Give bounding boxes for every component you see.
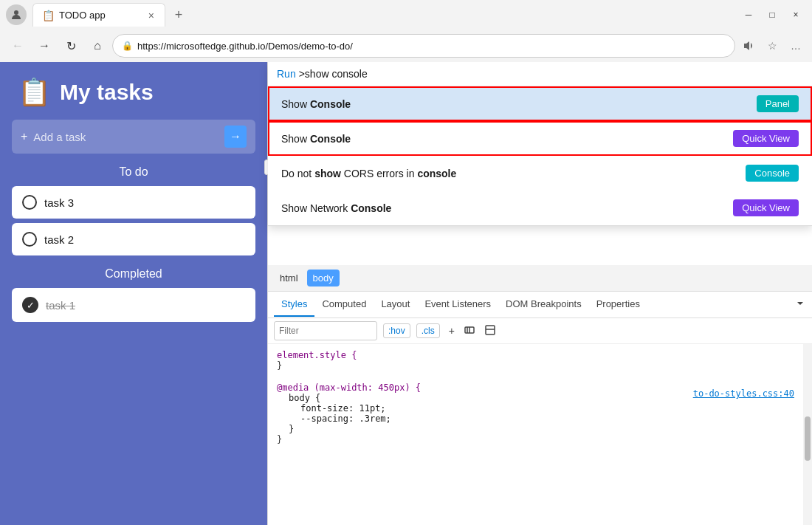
html-breadcrumb: html body [268,265,812,292]
command-item-cors[interactable]: Do not show CORS errors in console Conso… [268,156,812,191]
lock-icon: 🔒 [122,41,133,51]
add-plus-icon: + [21,130,27,143]
read-aloud-button[interactable] [738,35,759,56]
back-button[interactable]: ← [6,34,30,58]
command-input-row: Run [268,62,812,86]
add-task-input[interactable] [33,131,219,143]
styles-tab[interactable]: Styles [274,292,314,317]
style-rule-element: element.style { } [277,350,797,371]
run-label: Run [277,68,296,80]
task-check-icon[interactable]: ✓ [22,297,38,313]
breadcrumb-body[interactable]: body [307,270,340,286]
home-button[interactable]: ⌂ [86,34,109,58]
style-source-link[interactable]: to-do-styles.css:40 [693,388,794,399]
command-text-1: Show Console [281,98,757,110]
filter-computed-button[interactable] [481,323,499,340]
add-task-bar[interactable]: + → [12,120,255,154]
completed-section-label: Completed [0,267,267,281]
url-bar[interactable]: 🔒 https://microsoftedge.github.io/Demos/… [112,34,735,58]
layout-tab[interactable]: Layout [374,292,417,317]
style-selector: element.style { [277,350,357,360]
styles-tab-more [794,298,806,312]
filter-icons: + [446,323,499,340]
todo-app: 📋 My tasks + → To do task 3 task 2 [0,62,267,525]
add-task-go-button[interactable]: → [224,126,247,148]
task-text: task 2 [44,233,74,246]
command-palette: Run Show Console Panel Show Console Quic… [268,62,812,226]
styles-filter-bar: :hov .cls + [268,318,812,344]
todo-app-title: My tasks [60,80,154,105]
window-controls: ─ □ × [738,4,806,25]
active-tab[interactable]: 📋 TODO app × [32,3,165,27]
devtools-bottom: html body Styles Computed Layout Event L… [268,265,812,525]
forward-button[interactable]: → [32,34,56,58]
main-content: 📋 My tasks + → To do task 3 task 2 [0,62,812,525]
close-window-button[interactable]: × [785,4,806,25]
svg-rect-8 [486,326,495,334]
command-text-2: Show Console [281,133,733,145]
todo-app-icon: 📋 [18,77,51,108]
style-prop-spacing: --spacing: .3rem; [300,414,391,424]
command-item-network-console[interactable]: Show Network Console Quick View [268,191,812,225]
tab-title: TODO app [59,10,142,21]
task-text: task 3 [44,196,74,209]
tab-bar: 📋 TODO app × + [32,3,732,27]
media-query-selector: @media (max-width: 450px) { [277,382,421,393]
completed-task-item[interactable]: ✓ task 1 [12,288,255,322]
task-item[interactable]: task 2 [12,223,255,255]
todo-section-label: To do [0,165,267,179]
event-listeners-tab[interactable]: Event Listeners [417,292,498,317]
task-item[interactable]: task 3 [12,186,255,219]
more-button[interactable]: … [785,35,806,56]
task-checkbox[interactable] [22,232,37,247]
completed-task-text: task 1 [46,299,75,312]
style-close-brace: } [277,360,282,371]
maximize-button[interactable]: □ [762,4,782,25]
styles-content: element.style { } @media (max-width: 450… [268,344,812,525]
command-item-show-console-quickview[interactable]: Show Console Quick View [268,121,812,156]
address-actions: ☆ … [738,35,806,56]
devtools-panel: Elements + ··· ? × [267,62,812,525]
style-media-close-brace: } [277,434,282,445]
favorites-button[interactable]: ☆ [762,35,782,56]
profile-avatar[interactable] [6,4,27,25]
command-input[interactable] [299,68,803,80]
tab-close-button[interactable]: × [147,8,156,23]
scrollbar-thumb[interactable] [805,416,811,461]
style-sub-close-brace: } [289,424,294,434]
properties-tab[interactable]: Properties [589,292,647,317]
task-checkbox[interactable] [22,195,37,210]
url-text: https://microsoftedge.github.io/Demos/de… [137,41,726,52]
filter-cls-button[interactable]: .cls [416,323,440,338]
svg-point-0 [14,10,18,15]
address-bar: ← → ↻ ⌂ 🔒 https://microsoftedge.github.i… [0,30,812,62]
reload-button[interactable]: ↻ [59,34,83,58]
title-bar: 📋 TODO app × + ─ □ × [0,0,812,30]
style-body-selector: body { [289,393,320,403]
filter-hov-button[interactable]: :hov [383,323,410,338]
new-tab-button[interactable]: + [168,4,189,25]
computed-tab[interactable]: Computed [314,292,374,317]
styles-scrollbar[interactable] [803,344,812,525]
command-badge-quickview-1[interactable]: Quick View [733,130,799,147]
breadcrumb-html[interactable]: html [274,270,304,286]
filter-add-rule-button[interactable]: + [446,323,458,338]
style-prop-fontsize: font-size: 11pt; [300,403,386,414]
command-text-3: Do not show CORS errors in console [281,168,746,179]
command-text-4: Show Network Console [281,202,733,214]
styles-filter-input[interactable] [274,321,377,340]
command-badge-console[interactable]: Console [746,165,799,182]
command-badge-quickview-2[interactable]: Quick View [733,199,799,216]
styles-tabs: Styles Computed Layout Event Listeners D… [268,292,812,318]
style-rule-media: @media (max-width: 450px) { body { font-… [277,382,797,445]
minimize-button[interactable]: ─ [738,4,759,25]
completed-tasks-list: ✓ task 1 [0,288,267,322]
command-item-show-console-panel[interactable]: Show Console Panel [268,86,812,121]
dom-breakpoints-tab[interactable]: DOM Breakpoints [498,292,589,317]
command-badge-panel[interactable]: Panel [757,95,799,112]
tab-favicon: 📋 [42,10,55,21]
styles-panel: Styles Computed Layout Event Listeners D… [268,292,812,525]
todo-tasks-list: task 3 task 2 [0,186,267,255]
todo-header: 📋 My tasks [0,62,267,120]
filter-toggle-button[interactable] [461,323,478,340]
